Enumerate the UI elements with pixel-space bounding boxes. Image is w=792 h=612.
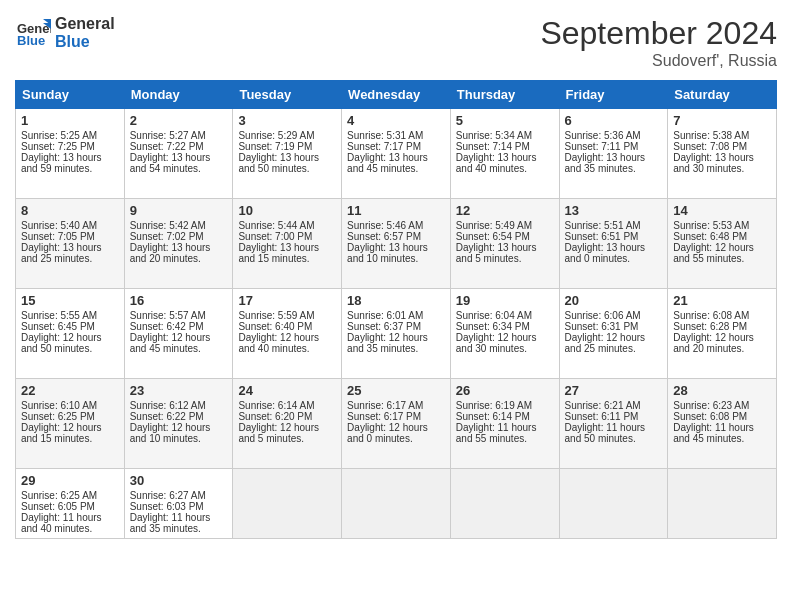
table-row [450, 469, 559, 539]
day-number: 3 [238, 113, 336, 128]
day-number: 15 [21, 293, 119, 308]
table-row: 5 Sunrise: 5:34 AM Sunset: 7:14 PM Dayli… [450, 109, 559, 199]
sunset: Sunset: 6:08 PM [673, 411, 747, 422]
location: Sudoverf', Russia [540, 52, 777, 70]
header-monday: Monday [124, 81, 233, 109]
sunset: Sunset: 6:17 PM [347, 411, 421, 422]
table-row: 19 Sunrise: 6:04 AM Sunset: 6:34 PM Dayl… [450, 289, 559, 379]
daylight: Daylight: 12 hours and 40 minutes. [238, 332, 319, 354]
table-row: 12 Sunrise: 5:49 AM Sunset: 6:54 PM Dayl… [450, 199, 559, 289]
daylight: Daylight: 13 hours and 5 minutes. [456, 242, 537, 264]
sunset: Sunset: 6:05 PM [21, 501, 95, 512]
daylight: Daylight: 12 hours and 25 minutes. [565, 332, 646, 354]
sunset: Sunset: 7:02 PM [130, 231, 204, 242]
table-row: 21 Sunrise: 6:08 AM Sunset: 6:28 PM Dayl… [668, 289, 777, 379]
daylight: Daylight: 11 hours and 40 minutes. [21, 512, 102, 534]
title-block: September 2024 Sudoverf', Russia [540, 15, 777, 70]
daylight: Daylight: 11 hours and 35 minutes. [130, 512, 211, 534]
sunrise: Sunrise: 5:51 AM [565, 220, 641, 231]
logo-line1: General [55, 15, 115, 33]
logo-icon: General Blue [15, 15, 51, 51]
sunset: Sunset: 6:11 PM [565, 411, 639, 422]
daylight: Daylight: 11 hours and 50 minutes. [565, 422, 646, 444]
daylight: Daylight: 13 hours and 50 minutes. [238, 152, 319, 174]
sunrise: Sunrise: 6:25 AM [21, 490, 97, 501]
sunrise: Sunrise: 6:14 AM [238, 400, 314, 411]
table-row [342, 469, 451, 539]
table-row: 6 Sunrise: 5:36 AM Sunset: 7:11 PM Dayli… [559, 109, 668, 199]
table-row: 16 Sunrise: 5:57 AM Sunset: 6:42 PM Dayl… [124, 289, 233, 379]
table-row: 2 Sunrise: 5:27 AM Sunset: 7:22 PM Dayli… [124, 109, 233, 199]
sunset: Sunset: 7:11 PM [565, 141, 639, 152]
sunrise: Sunrise: 5:29 AM [238, 130, 314, 141]
day-number: 21 [673, 293, 771, 308]
daylight: Daylight: 12 hours and 0 minutes. [347, 422, 428, 444]
sunset: Sunset: 7:00 PM [238, 231, 312, 242]
table-row: 22 Sunrise: 6:10 AM Sunset: 6:25 PM Dayl… [16, 379, 125, 469]
daylight: Daylight: 13 hours and 0 minutes. [565, 242, 646, 264]
sunrise: Sunrise: 6:06 AM [565, 310, 641, 321]
daylight: Daylight: 12 hours and 15 minutes. [21, 422, 102, 444]
day-number: 14 [673, 203, 771, 218]
sunrise: Sunrise: 5:36 AM [565, 130, 641, 141]
sunrise: Sunrise: 6:08 AM [673, 310, 749, 321]
sunrise: Sunrise: 5:53 AM [673, 220, 749, 231]
daylight: Daylight: 12 hours and 30 minutes. [456, 332, 537, 354]
day-number: 1 [21, 113, 119, 128]
day-number: 11 [347, 203, 445, 218]
sunset: Sunset: 6:20 PM [238, 411, 312, 422]
sunrise: Sunrise: 5:59 AM [238, 310, 314, 321]
header-wednesday: Wednesday [342, 81, 451, 109]
table-row: 1 Sunrise: 5:25 AM Sunset: 7:25 PM Dayli… [16, 109, 125, 199]
sunrise: Sunrise: 5:49 AM [456, 220, 532, 231]
daylight: Daylight: 12 hours and 35 minutes. [347, 332, 428, 354]
sunset: Sunset: 6:54 PM [456, 231, 530, 242]
sunset: Sunset: 7:14 PM [456, 141, 530, 152]
sunrise: Sunrise: 5:55 AM [21, 310, 97, 321]
sunrise: Sunrise: 6:23 AM [673, 400, 749, 411]
table-row: 8 Sunrise: 5:40 AM Sunset: 7:05 PM Dayli… [16, 199, 125, 289]
sunrise: Sunrise: 6:17 AM [347, 400, 423, 411]
table-row: 14 Sunrise: 5:53 AM Sunset: 6:48 PM Dayl… [668, 199, 777, 289]
sunset: Sunset: 6:57 PM [347, 231, 421, 242]
table-row: 11 Sunrise: 5:46 AM Sunset: 6:57 PM Dayl… [342, 199, 451, 289]
daylight: Daylight: 13 hours and 45 minutes. [347, 152, 428, 174]
sunset: Sunset: 6:34 PM [456, 321, 530, 332]
table-row: 25 Sunrise: 6:17 AM Sunset: 6:17 PM Dayl… [342, 379, 451, 469]
daylight: Daylight: 13 hours and 20 minutes. [130, 242, 211, 264]
day-number: 24 [238, 383, 336, 398]
sunrise: Sunrise: 6:04 AM [456, 310, 532, 321]
table-row: 29 Sunrise: 6:25 AM Sunset: 6:05 PM Dayl… [16, 469, 125, 539]
sunrise: Sunrise: 5:42 AM [130, 220, 206, 231]
sunset: Sunset: 7:08 PM [673, 141, 747, 152]
sunset: Sunset: 6:03 PM [130, 501, 204, 512]
sunset: Sunset: 7:17 PM [347, 141, 421, 152]
table-row: 18 Sunrise: 6:01 AM Sunset: 6:37 PM Dayl… [342, 289, 451, 379]
day-number: 25 [347, 383, 445, 398]
table-row: 9 Sunrise: 5:42 AM Sunset: 7:02 PM Dayli… [124, 199, 233, 289]
day-number: 2 [130, 113, 228, 128]
table-row: 28 Sunrise: 6:23 AM Sunset: 6:08 PM Dayl… [668, 379, 777, 469]
day-number: 7 [673, 113, 771, 128]
daylight: Daylight: 12 hours and 10 minutes. [130, 422, 211, 444]
table-row: 23 Sunrise: 6:12 AM Sunset: 6:22 PM Dayl… [124, 379, 233, 469]
table-row: 17 Sunrise: 5:59 AM Sunset: 6:40 PM Dayl… [233, 289, 342, 379]
daylight: Daylight: 12 hours and 5 minutes. [238, 422, 319, 444]
table-row: 24 Sunrise: 6:14 AM Sunset: 6:20 PM Dayl… [233, 379, 342, 469]
sunset: Sunset: 6:31 PM [565, 321, 639, 332]
sunset: Sunset: 6:51 PM [565, 231, 639, 242]
daylight: Daylight: 13 hours and 25 minutes. [21, 242, 102, 264]
header-thursday: Thursday [450, 81, 559, 109]
day-number: 17 [238, 293, 336, 308]
sunset: Sunset: 6:25 PM [21, 411, 95, 422]
daylight: Daylight: 13 hours and 40 minutes. [456, 152, 537, 174]
sunset: Sunset: 7:25 PM [21, 141, 95, 152]
sunrise: Sunrise: 5:31 AM [347, 130, 423, 141]
table-row [233, 469, 342, 539]
table-row: 13 Sunrise: 5:51 AM Sunset: 6:51 PM Dayl… [559, 199, 668, 289]
day-number: 26 [456, 383, 554, 398]
sunrise: Sunrise: 5:40 AM [21, 220, 97, 231]
sunrise: Sunrise: 6:27 AM [130, 490, 206, 501]
sunrise: Sunrise: 6:01 AM [347, 310, 423, 321]
table-row: 27 Sunrise: 6:21 AM Sunset: 6:11 PM Dayl… [559, 379, 668, 469]
